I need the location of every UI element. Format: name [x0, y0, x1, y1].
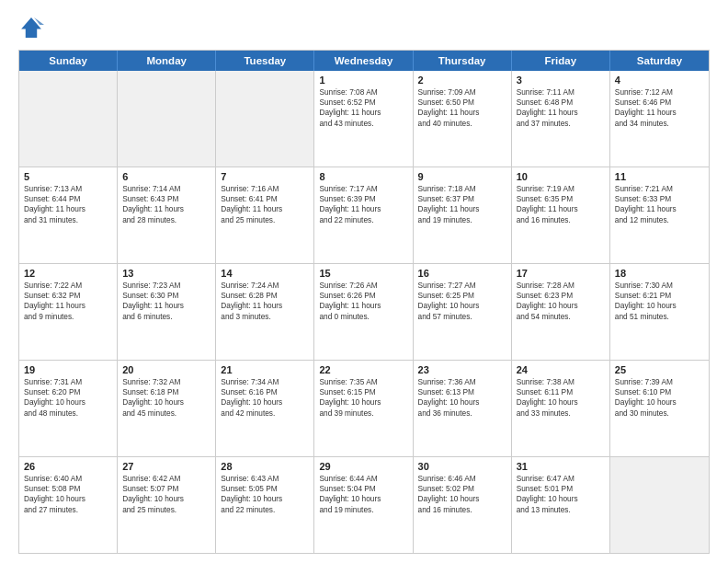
cell-info-line: Sunrise: 7:18 AM	[418, 184, 506, 194]
calendar-cell-15: 15Sunrise: 7:26 AMSunset: 6:26 PMDayligh…	[314, 264, 413, 360]
cell-info-line: Daylight: 10 hours	[517, 301, 605, 311]
header-day-thursday: Thursday	[414, 51, 512, 71]
calendar-cell-empty-0-1	[118, 71, 216, 167]
cell-info-line: Sunrise: 7:35 AM	[319, 377, 407, 387]
cell-info-line: Sunset: 6:25 PM	[418, 291, 506, 301]
cell-info-line: and 19 minutes.	[418, 215, 506, 225]
cell-info-line: and 51 minutes.	[615, 312, 704, 322]
cell-info-line: and 0 minutes.	[319, 312, 407, 322]
cell-info-line: Daylight: 10 hours	[221, 494, 309, 504]
day-number: 24	[517, 364, 605, 375]
cell-info-line: Sunrise: 6:43 AM	[221, 474, 309, 484]
cell-info-line: Sunrise: 7:22 AM	[24, 281, 112, 291]
day-number: 5	[24, 171, 112, 182]
cell-info-line: Sunset: 5:04 PM	[319, 484, 407, 494]
day-number: 17	[517, 268, 605, 279]
cell-info-line: Sunrise: 7:36 AM	[418, 377, 506, 387]
calendar-cell-1: 1Sunrise: 7:08 AMSunset: 6:52 PMDaylight…	[314, 71, 413, 167]
calendar-cell-empty-4-6	[610, 457, 709, 553]
logo-icon	[18, 15, 44, 40]
cell-info-line: Sunset: 6:35 PM	[517, 194, 605, 204]
calendar-cell-7: 7Sunrise: 7:16 AMSunset: 6:41 PMDaylight…	[216, 167, 314, 263]
day-number: 15	[319, 268, 407, 279]
cell-info-line: Sunrise: 7:19 AM	[517, 184, 605, 194]
cell-info-line: Daylight: 10 hours	[122, 397, 210, 408]
cell-info-line: and 13 minutes.	[517, 505, 605, 515]
calendar-cell-17: 17Sunrise: 7:28 AMSunset: 6:23 PMDayligh…	[512, 264, 610, 360]
day-number: 27	[122, 461, 210, 472]
cell-info-line: Daylight: 11 hours	[418, 108, 506, 118]
day-number: 4	[615, 75, 704, 86]
cell-info-line: Sunset: 6:21 PM	[615, 291, 704, 301]
cell-info-line: Sunset: 6:28 PM	[221, 291, 309, 301]
cell-info-line: Sunrise: 7:31 AM	[24, 377, 112, 387]
cell-info-line: Sunset: 6:52 PM	[319, 98, 407, 108]
cell-info-line: Daylight: 11 hours	[615, 204, 704, 214]
cell-info-line: Sunset: 6:32 PM	[24, 291, 112, 301]
calendar-cell-empty-0-2	[216, 71, 314, 167]
calendar-cell-9: 9Sunrise: 7:18 AMSunset: 6:37 PMDaylight…	[414, 167, 512, 263]
cell-info-line: Sunrise: 6:44 AM	[319, 474, 407, 484]
cell-info-line: Daylight: 11 hours	[319, 204, 407, 214]
cell-info-line: Sunset: 6:23 PM	[517, 291, 605, 301]
calendar-cell-14: 14Sunrise: 7:24 AMSunset: 6:28 PMDayligh…	[216, 264, 314, 360]
calendar-cell-8: 8Sunrise: 7:17 AMSunset: 6:39 PMDaylight…	[314, 167, 413, 263]
cell-info-line: Sunrise: 7:28 AM	[517, 281, 605, 291]
cell-info-line: Daylight: 10 hours	[615, 397, 704, 408]
cell-info-line: Sunrise: 7:08 AM	[319, 87, 407, 98]
calendar-cell-6: 6Sunrise: 7:14 AMSunset: 6:43 PMDaylight…	[118, 167, 216, 263]
cell-info-line: and 45 minutes.	[122, 408, 210, 419]
cell-info-line: and 31 minutes.	[24, 215, 112, 225]
cell-info-line: Daylight: 11 hours	[517, 204, 605, 214]
calendar-cell-20: 20Sunrise: 7:32 AMSunset: 6:18 PMDayligh…	[118, 361, 216, 456]
cell-info-line: Sunrise: 7:24 AM	[221, 281, 309, 291]
cell-info-line: Sunrise: 7:39 AM	[615, 377, 704, 387]
header-day-friday: Friday	[512, 51, 610, 71]
cell-info-line: and 27 minutes.	[24, 505, 112, 515]
calendar-cell-23: 23Sunrise: 7:36 AMSunset: 6:13 PMDayligh…	[414, 361, 512, 456]
cell-info-line: Sunrise: 7:34 AM	[221, 377, 309, 387]
cell-info-line: and 43 minutes.	[319, 119, 407, 129]
cell-info-line: Sunset: 6:20 PM	[24, 387, 112, 397]
cell-info-line: and 42 minutes.	[221, 408, 309, 419]
calendar-cell-5: 5Sunrise: 7:13 AMSunset: 6:44 PMDaylight…	[19, 167, 118, 263]
cell-info-line: Daylight: 11 hours	[319, 108, 407, 118]
cell-info-line: Daylight: 10 hours	[24, 397, 112, 408]
calendar-cell-31: 31Sunrise: 6:47 AMSunset: 5:01 PMDayligh…	[512, 457, 610, 553]
cell-info-line: Daylight: 10 hours	[418, 494, 506, 504]
cell-info-line: and 54 minutes.	[517, 312, 605, 322]
cell-info-line: and 37 minutes.	[517, 119, 605, 129]
day-number: 1	[319, 75, 407, 86]
cell-info-line: Daylight: 10 hours	[319, 397, 407, 408]
cell-info-line: Sunrise: 7:23 AM	[122, 281, 210, 291]
cell-info-line: Sunset: 6:16 PM	[221, 387, 309, 397]
cell-info-line: Daylight: 10 hours	[615, 301, 704, 311]
cell-info-line: Sunset: 6:48 PM	[517, 98, 605, 108]
calendar-cell-27: 27Sunrise: 6:42 AMSunset: 5:07 PMDayligh…	[118, 457, 216, 553]
day-number: 8	[319, 171, 407, 182]
cell-info-line: Sunset: 6:10 PM	[615, 387, 704, 397]
header	[18, 15, 710, 40]
cell-info-line: and 16 minutes.	[517, 215, 605, 225]
page: SundayMondayTuesdayWednesdayThursdayFrid…	[0, 0, 728, 563]
cell-info-line: and 34 minutes.	[615, 119, 704, 129]
cell-info-line: and 36 minutes.	[418, 408, 506, 419]
cell-info-line: and 22 minutes.	[319, 215, 407, 225]
cell-info-line: Sunrise: 7:14 AM	[122, 184, 210, 194]
cell-info-line: Sunset: 5:08 PM	[24, 484, 112, 494]
day-number: 11	[615, 171, 704, 182]
cell-info-line: and 48 minutes.	[24, 408, 112, 419]
header-day-saturday: Saturday	[610, 51, 709, 71]
calendar-cell-19: 19Sunrise: 7:31 AMSunset: 6:20 PMDayligh…	[19, 361, 118, 456]
cell-info-line: and 22 minutes.	[221, 505, 309, 515]
cell-info-line: Daylight: 11 hours	[24, 301, 112, 311]
cell-info-line: Sunrise: 7:13 AM	[24, 184, 112, 194]
calendar-cell-empty-0-0	[19, 71, 118, 167]
cell-info-line: Sunrise: 7:32 AM	[122, 377, 210, 387]
calendar-cell-29: 29Sunrise: 6:44 AMSunset: 5:04 PMDayligh…	[314, 457, 413, 553]
day-number: 30	[418, 461, 506, 472]
cell-info-line: Daylight: 10 hours	[122, 494, 210, 504]
cell-info-line: Daylight: 10 hours	[221, 397, 309, 408]
calendar-row-2: 12Sunrise: 7:22 AMSunset: 6:32 PMDayligh…	[19, 264, 709, 361]
calendar-cell-26: 26Sunrise: 6:40 AMSunset: 5:08 PMDayligh…	[19, 457, 118, 553]
